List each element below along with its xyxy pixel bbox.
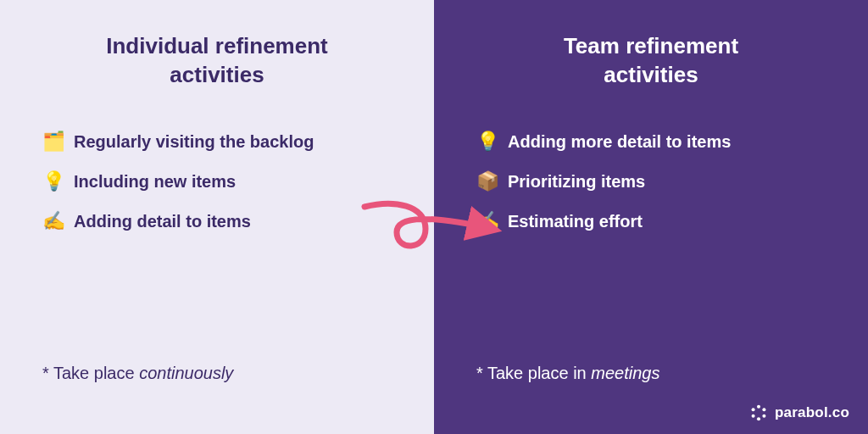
parabol-logo-icon — [749, 403, 768, 422]
item-label: Estimating effort — [508, 212, 643, 231]
individual-heading: Individual refinement activities — [42, 32, 392, 90]
team-heading-line1: Team refinement — [564, 33, 738, 58]
list-item: 🗂️ Regularly visiting the backlog — [42, 132, 392, 152]
footnote-prefix: * Take place — [42, 364, 139, 382]
item-label: Including new items — [74, 172, 236, 192]
list-item: 📦 Prioritizing items — [476, 172, 826, 192]
list-item: 💡 Including new items — [42, 172, 392, 192]
team-items: 💡 Adding more detail to items 📦 Prioriti… — [476, 132, 826, 364]
lightbulb-icon: 💡 — [42, 172, 65, 191]
team-panel: Team refinement activities 💡 Adding more… — [434, 0, 868, 434]
individual-footnote: * Take place continuously — [42, 364, 392, 383]
list-item: 💡 Adding more detail to items — [476, 132, 826, 152]
footnote-emphasis: continuously — [139, 364, 233, 382]
item-label: Adding more detail to items — [508, 132, 731, 152]
writing-hand-icon: ✍️ — [476, 212, 499, 231]
individual-items: 🗂️ Regularly visiting the backlog 💡 Incl… — [42, 132, 392, 364]
team-heading-line2: activities — [604, 62, 698, 87]
card-index-icon: 🗂️ — [42, 132, 65, 151]
individual-panel: Individual refinement activities 🗂️ Regu… — [0, 0, 434, 434]
list-item: ✍️ Estimating effort — [476, 212, 826, 231]
svg-point-0 — [757, 405, 760, 409]
list-item: ✍️ Adding detail to items — [42, 212, 392, 231]
svg-point-5 — [752, 408, 755, 411]
writing-hand-icon: ✍️ — [42, 212, 65, 231]
individual-heading-line2: activities — [170, 62, 264, 87]
svg-point-2 — [762, 415, 765, 418]
brand-text: parabol.co — [775, 404, 849, 421]
team-heading: Team refinement activities — [476, 32, 826, 90]
svg-point-3 — [757, 417, 760, 420]
svg-point-4 — [752, 415, 755, 418]
item-label: Prioritizing items — [508, 172, 645, 192]
package-icon: 📦 — [476, 172, 499, 191]
svg-point-1 — [762, 408, 765, 411]
team-footnote: * Take place in meetings — [476, 364, 826, 383]
item-label: Adding detail to items — [74, 212, 251, 231]
brand-badge: parabol.co — [749, 403, 849, 422]
footnote-emphasis: meetings — [591, 364, 659, 382]
footnote-prefix: * Take place in — [476, 364, 591, 382]
lightbulb-icon: 💡 — [476, 132, 499, 151]
item-label: Regularly visiting the backlog — [74, 132, 314, 152]
individual-heading-line1: Individual refinement — [106, 33, 328, 58]
